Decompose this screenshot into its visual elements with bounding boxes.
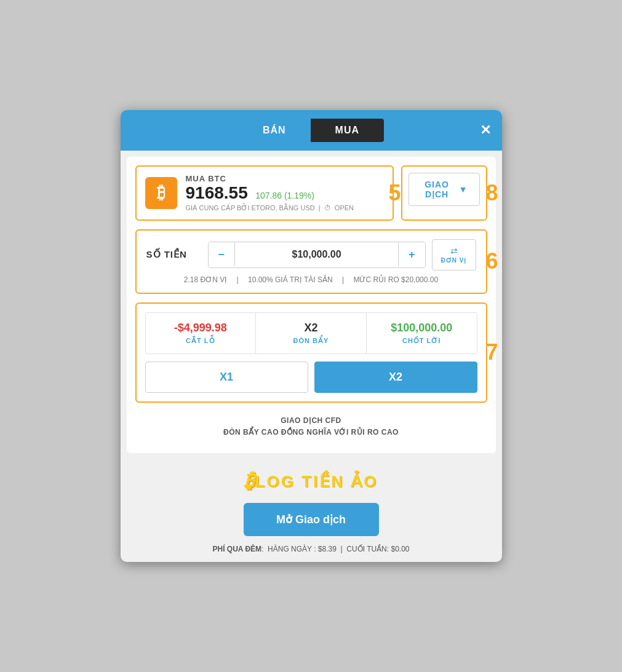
cfd-line1: GIAO DỊCH CFD (142, 415, 481, 427)
asset-card: ₿ MUA BTC 9168.55 107.86 (1.19%) GIÁ CUN… (135, 165, 394, 221)
stop-loss-cell: -$4,999.98 CẮT LỖ (146, 313, 257, 354)
tab-group: BÁN MUA (238, 119, 384, 142)
badge-6: 6 (485, 248, 498, 274)
modal-header: BÁN MUA ✕ (121, 110, 502, 151)
amount-minus-button[interactable]: − (209, 242, 235, 267)
take-profit-value: $100,000.00 (373, 322, 471, 334)
fee-info: PHÍ QUA ĐÊM: HÀNG NGÀY : $8.39 | CUỐI TU… (121, 545, 502, 562)
take-profit-cell: $100,000.00 CHỐT LỜI (367, 313, 477, 354)
trade-info-row: -$4,999.98 CẮT LỖ X2 ĐÒN BẨY $100,000.00… (145, 312, 477, 354)
tab-buy[interactable]: MUA (311, 119, 384, 142)
meta-units: 2.18 ĐƠN VỊ (184, 275, 227, 284)
leverage-x2-button[interactable]: X2 (314, 362, 477, 393)
amount-section: SỐ TIỀN − + ⇄ ĐƠN VỊ 2.18 ĐƠN VỊ | 10.00… (135, 229, 487, 294)
badge-5: 5 (388, 180, 401, 206)
clock-icon: ⏱ (324, 204, 331, 211)
giao-dich-label: GIAO DỊCH (420, 180, 454, 199)
trading-modal: BÁN MUA ✕ ₿ MUA BTC 9168.55 107.86 (1.19… (121, 110, 502, 562)
unit-label: ĐƠN VỊ (441, 257, 467, 264)
leverage-row: X1 X2 (145, 362, 477, 393)
amount-plus-button[interactable]: + (399, 242, 425, 267)
giao-dich-button[interactable]: GIAO DỊCH ▼ (409, 173, 480, 206)
asset-price: 9168.55 (186, 183, 248, 202)
blog-btc-b: ₿ (244, 469, 255, 491)
tab-sell[interactable]: BÁN (238, 119, 311, 142)
amount-input[interactable] (234, 243, 399, 266)
fee-label: PHÍ QUA ĐÊM (212, 545, 261, 553)
amount-controls: − + (208, 242, 426, 268)
close-button[interactable]: ✕ (480, 124, 491, 137)
leverage-label: ĐÒN BẨY (262, 337, 360, 345)
take-profit-label: CHỐT LỜI (373, 337, 471, 345)
btc-icon: ₿ (145, 177, 177, 209)
badge-8: 8 (485, 180, 498, 206)
asset-title: MUA BTC (186, 174, 354, 183)
fee-daily: HÀNG NGÀY : $8.39 (268, 545, 337, 553)
asset-meta: GIÁ CUNG CẤP BỞI ETORO, BẰNG USD | ⏱ OPE… (186, 204, 354, 212)
blog-text: LOG TIỀN ẢO (255, 472, 378, 491)
badge-7: 7 (485, 339, 498, 365)
stop-loss-value: -$4,999.98 (152, 322, 250, 334)
trade-section: -$4,999.98 CẮT LỖ X2 ĐÒN BẨY $100,000.00… (135, 302, 487, 403)
open-trade-button[interactable]: Mở Giao dịch (244, 503, 379, 536)
stop-loss-label: CẮT LỖ (152, 337, 250, 345)
giao-dich-card: GIAO DỊCH ▼ 8 (401, 165, 487, 221)
amount-row: SỐ TIỀN − + ⇄ ĐƠN VỊ (146, 239, 476, 271)
unit-button[interactable]: ⇄ ĐƠN VỊ (432, 239, 476, 271)
amount-meta: 2.18 ĐƠN VỊ | 10.00% GIÁ TRỊ TÀI SẢN | M… (146, 275, 476, 284)
cfd-line2: ĐÒN BẨY CAO ĐỒNG NGHĨA VỚI RỦI RO CAO (142, 427, 481, 438)
leverage-x1-button[interactable]: X1 (145, 362, 308, 393)
switch-icon: ⇄ (450, 246, 458, 256)
asset-info: MUA BTC 9168.55 107.86 (1.19%) GIÁ CUNG … (186, 174, 354, 212)
amount-label: SỐ TIỀN (146, 249, 202, 260)
meta-asset: 10.00% GIÁ TRỊ TÀI SẢN (248, 275, 333, 284)
cfd-warning: GIAO DỊCH CFD ĐÒN BẨY CAO ĐỒNG NGHĨA VỚI… (135, 409, 487, 445)
modal-body: ₿ MUA BTC 9168.55 107.86 (1.19%) GIÁ CUN… (127, 157, 496, 453)
fee-weekly: CUỐI TUẦN: $0.00 (346, 545, 409, 553)
top-section: ₿ MUA BTC 9168.55 107.86 (1.19%) GIÁ CUN… (135, 165, 487, 221)
asset-change: 107.86 (1.19%) (255, 191, 314, 200)
leverage-value: X2 (262, 322, 360, 334)
meta-risk: MỨC RỦI RO $20,000.00 (353, 275, 438, 284)
leverage-cell: X2 ĐÒN BẨY (256, 313, 367, 354)
asset-price-row: 9168.55 107.86 (1.19%) (186, 183, 354, 203)
blog-logo: ₿LOG TIỀN ẢO (121, 459, 502, 497)
chevron-down-icon: ▼ (459, 184, 468, 194)
